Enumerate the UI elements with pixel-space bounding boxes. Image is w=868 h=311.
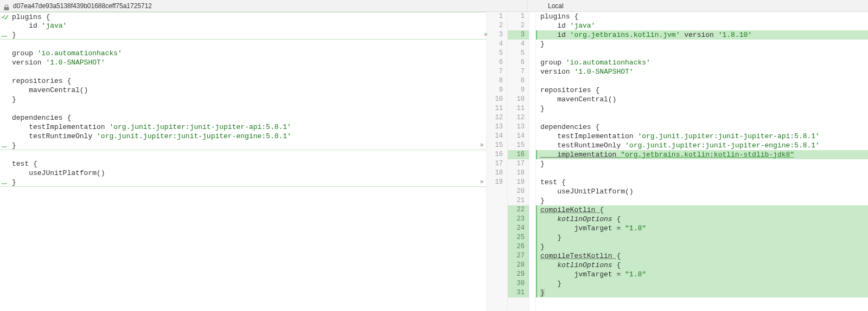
line-number: 7 xyxy=(487,67,507,76)
code-line[interactable] xyxy=(0,40,486,49)
code-line[interactable]: version '1.0-SNAPSHOT' xyxy=(536,67,868,76)
line-number: 4 xyxy=(508,40,529,49)
line-number: 9 xyxy=(487,86,507,95)
code-line[interactable] xyxy=(536,113,868,122)
line-number: 14 xyxy=(487,132,507,141)
line-number xyxy=(487,242,507,251)
code-line[interactable]: id 'java' xyxy=(536,21,868,30)
line-number: 2 xyxy=(508,21,529,30)
line-number: 19 xyxy=(487,178,507,187)
code-line[interactable]: } xyxy=(536,279,868,288)
right-code-pane[interactable]: plugins { id 'java' id 'org.jetbrains.ko… xyxy=(536,12,868,311)
code-line[interactable]: repositories { xyxy=(0,76,486,86)
line-number: 25 xyxy=(508,233,529,242)
line-number: 21 xyxy=(508,196,529,205)
line-number: 16 xyxy=(508,150,529,159)
diff-dash-icon xyxy=(2,146,7,147)
line-number: 26 xyxy=(508,242,529,251)
diff-dash-icon xyxy=(2,36,7,37)
line-number: 18 xyxy=(487,169,507,178)
code-line[interactable]: } xyxy=(536,288,868,297)
line-number: 10 xyxy=(508,95,529,104)
line-number xyxy=(487,196,507,205)
code-line[interactable]: } xyxy=(0,30,486,40)
line-number: 10 xyxy=(487,95,507,104)
line-number: 13 xyxy=(508,122,529,132)
line-number xyxy=(487,215,507,224)
code-line[interactable]: testRuntimeOnly 'org.junit.jupiter:junit… xyxy=(536,141,868,150)
code-line[interactable]: useJUnitPlatform() xyxy=(0,169,486,178)
line-number: 15 xyxy=(508,141,529,150)
code-line[interactable]: testImplementation 'org.junit.jupiter:ju… xyxy=(0,122,486,132)
code-line[interactable]: group 'io.automationhacks' xyxy=(536,58,868,67)
code-line[interactable]: dependencies { xyxy=(0,113,486,122)
line-number: 30 xyxy=(508,279,529,288)
code-line[interactable]: kotlinOptions { xyxy=(536,261,868,270)
line-number: 8 xyxy=(508,76,529,86)
line-number: 14 xyxy=(508,132,529,141)
header-right: Local xyxy=(527,0,868,11)
code-line[interactable] xyxy=(536,76,868,86)
code-line[interactable]: useJUnitPlatform() xyxy=(536,187,868,196)
code-line[interactable]: kotlinOptions { xyxy=(536,215,868,224)
line-number: 28 xyxy=(508,261,529,270)
code-line[interactable]: } xyxy=(536,233,868,242)
line-number: 8 xyxy=(487,76,507,86)
line-number: 4 xyxy=(487,40,507,49)
code-line[interactable]: test { xyxy=(536,178,868,187)
code-line[interactable]: id 'java' xyxy=(0,21,486,30)
code-line[interactable]: jvmTarget = "1.8" xyxy=(536,270,868,279)
check-icon xyxy=(1,13,9,21)
code-line[interactable]: test { xyxy=(0,159,486,169)
line-number: 13 xyxy=(487,122,507,132)
diff-header: d07ea47de93a5138f439b01688ceff75a1725712… xyxy=(0,0,868,12)
code-line[interactable]: compileTestKotlin { xyxy=(536,251,868,261)
line-number: 15 xyxy=(487,141,507,150)
line-number xyxy=(487,279,507,288)
revision-label: d07ea47de93a5138f439b01688ceff75a1725712 xyxy=(13,0,152,12)
code-line[interactable] xyxy=(0,150,486,159)
code-line[interactable]: } xyxy=(0,178,486,187)
code-line[interactable]: testRuntimeOnly 'org.junit.jupiter:junit… xyxy=(0,132,486,141)
code-line[interactable] xyxy=(0,67,486,76)
code-line[interactable]: mavenCentral() xyxy=(536,95,868,104)
left-code-pane[interactable]: plugins { id 'java'}group 'io.automation… xyxy=(0,12,486,311)
line-number: 22 xyxy=(508,205,529,215)
line-number: 31 xyxy=(508,288,529,297)
code-line[interactable]: group 'io.automationhacks' xyxy=(0,49,486,58)
code-line[interactable]: compileKotlin { xyxy=(536,205,868,215)
header-left: d07ea47de93a5138f439b01688ceff75a1725712 xyxy=(0,0,527,11)
left-margin xyxy=(0,12,10,311)
code-line[interactable]: plugins { xyxy=(0,12,486,21)
code-line[interactable]: } xyxy=(0,95,486,104)
code-line[interactable]: } xyxy=(536,159,868,169)
code-line[interactable]: testImplementation 'org.junit.jupiter:ju… xyxy=(536,132,868,141)
line-number: 9 xyxy=(508,86,529,95)
code-line[interactable]: } xyxy=(536,104,868,113)
line-number: 12 xyxy=(508,113,529,122)
code-line[interactable]: version '1.0-SNAPSHOT' xyxy=(0,58,486,67)
code-line[interactable]: plugins { xyxy=(536,12,868,21)
code-line[interactable] xyxy=(536,169,868,178)
code-line[interactable]: } xyxy=(536,242,868,251)
code-line[interactable]: } xyxy=(536,196,868,205)
code-line[interactable]: implementation "org.jetbrains.kotlin:kot… xyxy=(536,150,868,159)
line-number: 11 xyxy=(508,104,529,113)
code-line[interactable] xyxy=(0,104,486,113)
line-number xyxy=(487,251,507,261)
code-line[interactable]: jvmTarget = "1.8" xyxy=(536,224,868,233)
line-number: 20 xyxy=(508,187,529,196)
line-number: 3 xyxy=(487,30,507,40)
line-number: 29 xyxy=(508,270,529,279)
line-number: 18 xyxy=(508,169,529,178)
line-number: 6 xyxy=(508,58,529,67)
line-number: 12 xyxy=(487,113,507,122)
code-line[interactable]: id 'org.jetbrains.kotlin.jvm' version '1… xyxy=(536,30,868,40)
code-line[interactable] xyxy=(536,49,868,58)
code-line[interactable]: dependencies { xyxy=(536,122,868,132)
gutter-left: 12345678910111213141516171819 xyxy=(486,12,508,311)
code-line[interactable]: } xyxy=(0,141,486,150)
code-line[interactable]: } xyxy=(536,40,868,49)
code-line[interactable]: mavenCentral() xyxy=(0,86,486,95)
code-line[interactable]: repositories { xyxy=(536,86,868,95)
